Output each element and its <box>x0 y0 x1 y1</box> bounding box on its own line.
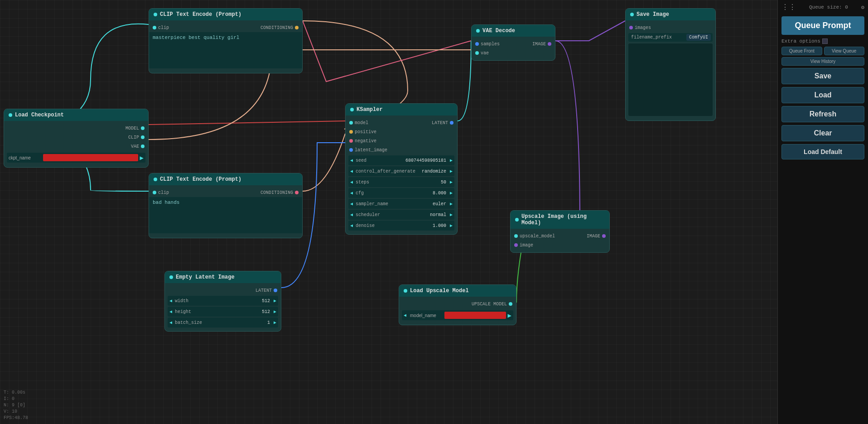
field-arrow-right[interactable]: ▶ <box>272 309 278 314</box>
load-button[interactable]: Load <box>781 87 864 103</box>
field-arrow-right[interactable]: ▶ <box>272 298 278 304</box>
port-dot-negative[interactable] <box>349 139 353 143</box>
model-name-input[interactable] <box>408 313 444 318</box>
field-arrow-right[interactable]: ▶ <box>448 201 454 207</box>
extra-options-row: Extra options <box>778 37 868 46</box>
port-dot-vae[interactable] <box>141 145 145 148</box>
port-dot-image-in[interactable] <box>514 243 518 247</box>
play-button[interactable]: ▶ <box>506 312 513 319</box>
port-label-clip: clip <box>158 25 169 30</box>
save-button[interactable]: Save <box>781 68 864 84</box>
extra-options-label: Extra options <box>781 39 820 44</box>
field-arrow-left[interactable]: ◀ <box>402 313 408 318</box>
field-label-batch-size: batch_size <box>174 320 265 325</box>
field-arrow-left[interactable]: ◀ <box>168 298 174 304</box>
field-arrow-left[interactable]: ◀ <box>348 169 355 174</box>
field-label-filename-prefix: filename_prefix <box>630 35 686 40</box>
port-dot-clip[interactable] <box>141 135 145 139</box>
port-row: clip CONDITIONING <box>149 23 302 32</box>
queue-size-label: Queue size: 0 <box>809 5 848 10</box>
status-t: T: 0.00s <box>4 390 28 396</box>
node-dot <box>154 13 157 16</box>
gear-icon[interactable]: ⚙ <box>861 4 864 11</box>
port-dot-clip-in[interactable] <box>153 26 156 29</box>
clip-text-neg-textarea[interactable]: bad hands <box>149 197 302 233</box>
field-scheduler: ◀ scheduler normal ▶ <box>348 210 454 220</box>
field-arrow-left[interactable]: ◀ <box>348 179 355 185</box>
port-left: latent_image <box>346 148 457 153</box>
port-label-vae: vae <box>481 51 489 56</box>
extra-options-checkbox[interactable] <box>822 39 828 44</box>
field-arrow-right[interactable]: ▶ <box>448 179 454 185</box>
field-arrow-left[interactable]: ◀ <box>348 212 355 217</box>
view-history-button[interactable]: View History <box>781 57 864 66</box>
node-ksampler-title: KSampler <box>357 106 383 113</box>
port-right: CONDITIONING <box>226 190 302 195</box>
field-arrow-right[interactable]: ▶ <box>448 158 454 163</box>
port-right: LATENT <box>165 288 281 293</box>
node-empty-latent-body: LATENT ◀ width 512 ▶ ◀ height 512 ▶ ◀ ba… <box>165 283 281 331</box>
queue-prompt-button[interactable]: Queue Prompt <box>781 16 864 35</box>
port-dot-samples[interactable] <box>475 42 479 46</box>
field-arrow-left[interactable]: ◀ <box>348 158 355 163</box>
port-label-upscale-model: UPSCALE MODEL <box>472 302 507 307</box>
port-dot-latent-image[interactable] <box>349 148 353 152</box>
port-dot-clip-in[interactable] <box>153 191 156 194</box>
field-value-filename-prefix: ComfyUI <box>686 34 711 41</box>
port-dot-conditioning-out[interactable] <box>295 191 299 194</box>
port-dot-upscale-model-in[interactable] <box>514 234 518 238</box>
node-load-upscale-title: Load Upscale Model <box>410 288 469 294</box>
port-dot-vae[interactable] <box>475 51 479 55</box>
port-right: UPSCALE MODEL <box>399 302 516 307</box>
port-label-image-in: image <box>520 243 533 248</box>
clear-button[interactable]: Clear <box>781 125 864 141</box>
field-cfg: ◀ cfg 8.000 ▶ <box>348 188 454 198</box>
port-row: latent_image <box>346 145 457 154</box>
node-ksampler-header: KSampler <box>346 104 457 116</box>
port-left: image <box>511 243 609 248</box>
port-dot-images[interactable] <box>629 26 633 29</box>
port-dot-positive[interactable] <box>349 130 353 134</box>
play-button[interactable]: ▶ <box>138 154 145 162</box>
field-seed: ◀ seed 680744598905181 ▶ <box>348 155 454 165</box>
right-panel: ⋮⋮ Queue size: 0 ⚙ Queue Prompt Extra op… <box>777 0 868 424</box>
port-row: clip CONDITIONING <box>149 188 302 197</box>
refresh-button[interactable]: Refresh <box>781 106 864 122</box>
canvas-area[interactable]: Load Checkpoint MODEL CLIP VAE <box>0 0 868 424</box>
port-label-upscale-model-in: upscale_model <box>520 234 555 239</box>
port-dot-image-out[interactable] <box>602 234 606 238</box>
field-arrow-left[interactable]: ◀ <box>348 190 355 196</box>
port-dot-latent-out[interactable] <box>450 121 453 125</box>
node-upscale-image-body: upscale_model IMAGE image <box>511 229 609 252</box>
field-arrow-left[interactable]: ◀ <box>168 309 174 314</box>
field-arrow-left[interactable]: ◀ <box>348 223 355 228</box>
port-dot-model[interactable] <box>141 126 145 130</box>
port-dot-model[interactable] <box>349 121 353 125</box>
field-value-width: 512 <box>260 299 272 304</box>
ckpt-name-input[interactable] <box>7 155 43 160</box>
view-queue-button[interactable]: View Queue <box>824 47 865 55</box>
node-clip-text-neg: CLIP Text Encode (Prompt) clip CONDITION… <box>149 173 303 238</box>
node-clip-text-pos-body: clip CONDITIONING masterpiece best quali… <box>149 20 302 73</box>
field-arrow-right[interactable]: ▶ <box>448 212 454 217</box>
field-arrow-right[interactable]: ▶ <box>448 169 454 174</box>
port-dot-upscale-model-out[interactable] <box>509 302 512 306</box>
port-left: samples <box>472 42 513 47</box>
port-dot-conditioning-out[interactable] <box>295 26 299 29</box>
queue-front-button[interactable]: Queue Front <box>781 47 822 55</box>
clip-text-pos-textarea[interactable]: masterpiece best quality girl <box>149 32 302 68</box>
field-arrow-left[interactable]: ◀ <box>348 201 355 207</box>
field-arrow-right[interactable]: ▶ <box>448 223 454 228</box>
node-clip-text-neg-title: CLIP Text Encode (Prompt) <box>160 176 241 183</box>
port-dot-latent-out[interactable] <box>274 289 277 292</box>
field-denoise: ◀ denoise 1.000 ▶ <box>348 221 454 231</box>
field-arrow-right[interactable]: ▶ <box>272 320 278 325</box>
node-dot <box>154 178 157 181</box>
field-arrow-right[interactable]: ▶ <box>448 190 454 196</box>
field-arrow-left[interactable]: ◀ <box>168 320 174 325</box>
node-vae-decode-title: VAE Decode <box>482 28 515 34</box>
field-label-steps: steps <box>355 180 439 185</box>
port-left: images <box>626 25 715 30</box>
port-dot-image-out[interactable] <box>548 42 551 46</box>
load-default-button[interactable]: Load Default <box>781 144 864 159</box>
